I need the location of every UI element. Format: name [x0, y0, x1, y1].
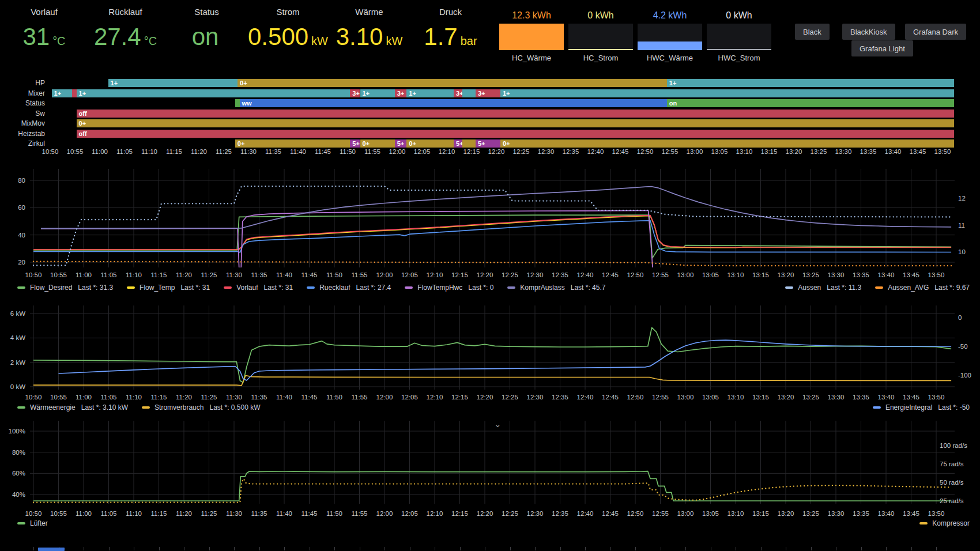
gridlines — [30, 169, 955, 267]
legend-item-Aussen[interactable]: AussenLast *: 11.3 — [785, 284, 861, 292]
time-tick-label: 12:40 — [583, 148, 608, 156]
fan-compressor-chart-panel: 100%80%60%40%100 rad/s75 rad/s50 rad/s25… — [0, 416, 980, 533]
legend-series-name: Aussen — [798, 284, 821, 292]
bottom-tick — [284, 547, 285, 550]
gauge-fill — [499, 24, 564, 50]
legend-swatch — [127, 286, 135, 289]
bottom-tick — [184, 547, 184, 550]
time-tick-label: 12:20 — [472, 510, 497, 518]
partial-panel-blue-bar — [38, 548, 65, 551]
time-tick-label: 11:15 — [146, 271, 172, 279]
time-tick-label: 13:35 — [849, 393, 874, 401]
time-tick-label: 11:25 — [197, 271, 222, 279]
time-tick-label: 12:50 — [623, 510, 648, 518]
right-axis-label: -100 — [958, 371, 971, 379]
legend-left: Lüfter — [17, 519, 48, 527]
legend-item-Flow_Temp[interactable]: Flow_TempLast *: 31 — [127, 284, 210, 292]
legend-swatch — [307, 286, 315, 289]
legend-item-Flow_Desired[interactable]: Flow_DesiredLast *: 31.3 — [17, 284, 113, 292]
legend-last-value: Last *: 27.4 — [356, 284, 391, 292]
time-tick-label: 13:05 — [707, 148, 732, 156]
legend-item-FlowTempHwc[interactable]: FlowTempHwcLast *: 0 — [405, 284, 493, 292]
stat-title-druck: Druck — [410, 7, 491, 17]
time-tick-label: 11:25 — [197, 510, 222, 518]
legend-series-name: KomprAuslass — [520, 284, 564, 292]
stat-row: Vorlauf 31°C Rücklauf 27.4°C Status on S… — [3, 7, 491, 49]
left-axis-label: 100% — [0, 427, 25, 435]
time-tick-label: 11:35 — [247, 510, 272, 518]
time-tick-label: 13:00 — [682, 148, 707, 156]
time-tick-label: 12:55 — [648, 271, 673, 279]
legend-last-value: Last *: -50 — [938, 403, 970, 412]
timeline-segment: 1+ — [500, 89, 954, 97]
time-tick-label: 11:30 — [221, 393, 247, 401]
time-tick-label: 11:15 — [146, 510, 172, 518]
legend-item-Kompressor[interactable]: Kompressor — [919, 519, 970, 527]
time-tick-label: 10:50 — [21, 271, 46, 279]
bottom-tick — [460, 547, 461, 550]
time-tick-label: 12:05 — [409, 148, 435, 156]
legend-swatch — [507, 286, 515, 289]
timeline-segment: 0+ — [500, 139, 954, 148]
legend-item-Lüfter[interactable]: Lüfter — [17, 519, 48, 527]
time-tick-label: 11:05 — [96, 271, 122, 279]
stat-number: 3.10 — [336, 25, 383, 49]
legend-item-Wärmeenergie[interactable]: WärmeenergieLast *: 3.10 kW — [17, 403, 128, 412]
series-Stromverbrauch — [33, 376, 951, 386]
legend-item-Vorlauf[interactable]: VorlaufLast *: 31 — [224, 284, 293, 292]
collapse-chevron-icon[interactable]: ⌄ — [494, 420, 502, 428]
stat-ruecklauf: Rücklauf 27.4°C — [85, 7, 166, 49]
time-tick-label: 13:35 — [849, 271, 874, 279]
timeline-segment: 3+ — [476, 89, 500, 97]
time-tick-label: 12:25 — [497, 510, 523, 518]
time-tick-label: 12:10 — [422, 271, 447, 279]
legend-item-Ruecklauf[interactable]: RuecklaufLast *: 27.4 — [307, 284, 391, 292]
theme-button-black[interactable]: Black — [795, 24, 830, 40]
legend-series-name: Ruecklauf — [319, 284, 350, 292]
bottom-tick — [736, 547, 736, 550]
time-tick-label: 12:20 — [472, 393, 497, 401]
timeline-segment — [235, 99, 240, 107]
legend-item-KomprAuslass[interactable]: KomprAuslassLast *: 45.7 — [507, 284, 605, 292]
gridlines — [30, 421, 955, 504]
state-timeline-panel: HP1+0+1+Mixer1+1+3+1+3+1+3+3+1+Statuswwo… — [0, 70, 980, 165]
time-tick-label: 11:50 — [322, 393, 347, 401]
legend-item-Aussen_AVG[interactable]: Aussen_AVGLast *: 9.67 — [875, 284, 970, 292]
timeline-segment: 5+ — [395, 139, 407, 148]
time-tick-label: 11:30 — [221, 271, 247, 279]
right-axis-label: 10 — [958, 248, 966, 256]
time-tick-label: 13:15 — [756, 148, 782, 156]
stat-title-strom: Strom — [247, 7, 329, 17]
left-axis-label: 4 kW — [0, 334, 25, 342]
left-axis-label: 6 kW — [0, 310, 25, 318]
gauge-hwc-strom: 0 kWh HWC_Strom — [707, 10, 771, 62]
time-tick-label: 13:05 — [698, 510, 723, 518]
time-tick-label: 12:50 — [632, 148, 658, 156]
gauge-baseline — [707, 49, 771, 50]
timeline-row-label-mixer: Mixer — [0, 89, 45, 97]
legend-item-EnergieIntegral[interactable]: EnergieIntegralLast *: -50 — [873, 403, 970, 412]
time-tick-label: 12:00 — [372, 271, 397, 279]
bottom-tick — [33, 547, 34, 550]
time-tick-label: 10:55 — [46, 393, 71, 401]
time-tick-label: 11:30 — [221, 510, 247, 518]
theme-button-grafana-dark[interactable]: Grafana Dark — [905, 24, 966, 40]
gauge-bar — [638, 24, 702, 50]
time-tick-label: 11:20 — [171, 271, 197, 279]
gauge-bar — [568, 24, 633, 50]
bottom-tick — [360, 547, 360, 550]
legend-series-name: Flow_Temp — [140, 284, 175, 292]
timeline-segment: 0+ — [406, 139, 454, 148]
time-tick-label: 10:55 — [46, 510, 71, 518]
time-tick-label: 11:55 — [347, 510, 372, 518]
stat-unit: kW — [386, 35, 402, 47]
time-tick-label: 11:50 — [322, 271, 347, 279]
time-tick-label: 11:45 — [297, 510, 322, 518]
theme-button-blackkiosk[interactable]: BlackKiosk — [842, 24, 895, 40]
legend-series-name: Lüfter — [30, 519, 48, 527]
legend-swatch — [785, 286, 793, 289]
time-tick-label: 13:25 — [798, 510, 824, 518]
theme-button-grafana-light[interactable]: Grafana Light — [851, 40, 913, 56]
left-axis-label: 40 — [0, 231, 25, 239]
legend-item-Stromverbrauch[interactable]: StromverbrauchLast *: 0.500 kW — [142, 403, 260, 412]
